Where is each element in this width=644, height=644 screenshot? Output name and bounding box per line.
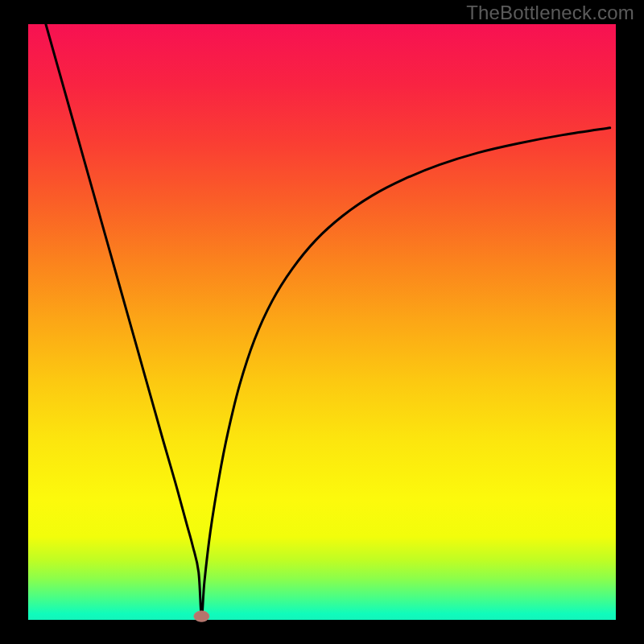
plot-background bbox=[28, 24, 616, 620]
min-marker bbox=[194, 611, 209, 621]
watermark-label: TheBottleneck.com bbox=[466, 2, 634, 24]
chart-container: TheBottleneck.com bbox=[0, 0, 644, 644]
chart-svg bbox=[0, 0, 644, 644]
